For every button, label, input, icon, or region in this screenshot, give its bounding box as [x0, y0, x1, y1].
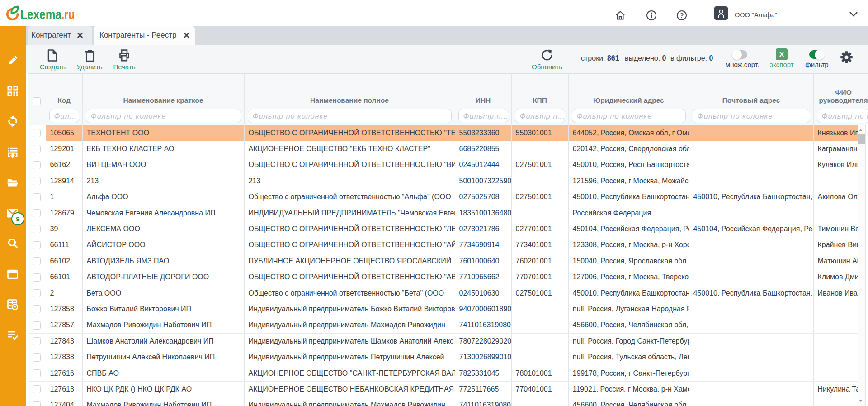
svg-text:.ru: .ru [61, 7, 75, 22]
svg-text:?: ? [680, 12, 684, 19]
svg-text:Lexema: Lexema [20, 7, 61, 22]
